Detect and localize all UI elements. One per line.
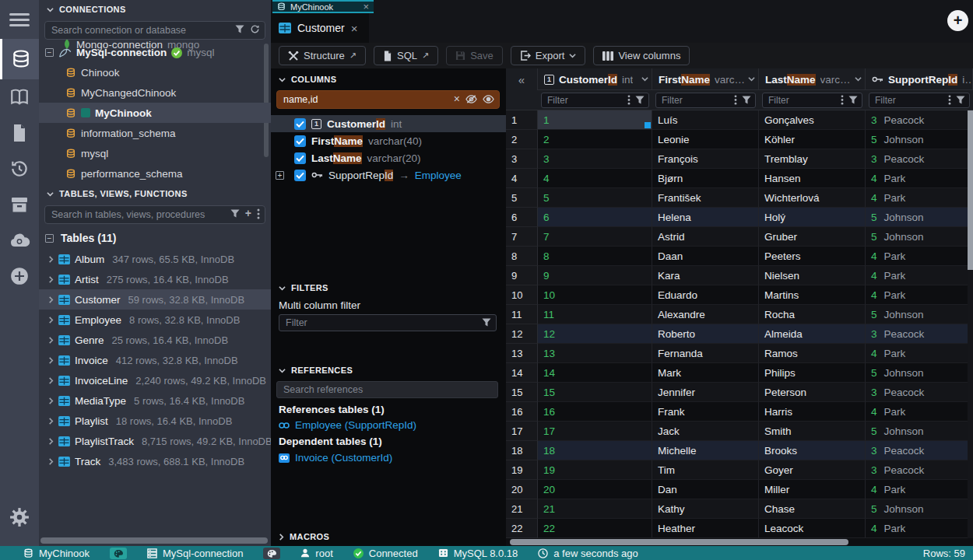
cell-firstname[interactable]: Alexandre bbox=[652, 305, 759, 324]
grid-header-FirstName[interactable]: FirstNamevarchar(40) bbox=[652, 68, 759, 90]
eye-off-icon[interactable] bbox=[465, 94, 477, 104]
cell-lastname[interactable]: Harris bbox=[759, 402, 866, 422]
sidebar-item-add-connection[interactable] bbox=[0, 258, 39, 294]
status-connection[interactable]: MySql-connection bbox=[147, 548, 243, 559]
grid-header-SupportRepId[interactable]: SupportRepIdint bbox=[866, 68, 973, 90]
cell-firstname[interactable]: Bjørn bbox=[652, 169, 759, 188]
cell-customerid[interactable]: 1 bbox=[538, 110, 652, 130]
grid-vscrollbar[interactable] bbox=[968, 110, 973, 538]
cell-lastname[interactable]: Rocha bbox=[759, 305, 866, 324]
row-number[interactable]: 8 bbox=[506, 247, 538, 266]
chevron-right-icon[interactable] bbox=[48, 357, 54, 364]
fk-ref-table-link[interactable]: Employee bbox=[415, 170, 462, 181]
cell-customerid[interactable]: 11 bbox=[538, 305, 652, 324]
cell-customerid[interactable]: 12 bbox=[538, 324, 652, 344]
cell-firstname[interactable]: Eduardo bbox=[652, 285, 759, 305]
cell-supportrepid[interactable]: 3Peacock bbox=[866, 383, 973, 402]
expand-box-icon[interactable]: + bbox=[276, 171, 284, 180]
row-number[interactable]: 3 bbox=[506, 149, 538, 169]
refresh-icon[interactable] bbox=[250, 24, 260, 34]
cell-customerid[interactable]: 2 bbox=[538, 130, 652, 149]
column-checkbox[interactable] bbox=[294, 118, 306, 130]
cell-supportrepid[interactable]: 5Johnson bbox=[866, 499, 973, 519]
cell-customerid[interactable]: 14 bbox=[538, 363, 652, 383]
cell-supportrepid[interactable]: 4Park bbox=[866, 169, 973, 188]
cell-supportrepid[interactable]: 4Park bbox=[866, 344, 973, 363]
chevron-right-icon[interactable] bbox=[48, 337, 54, 344]
table-item-Artist[interactable]: Artist275 rows, 16.4 KB, InnoDB bbox=[39, 269, 271, 289]
cell-supportrepid[interactable]: 4Park bbox=[866, 402, 973, 422]
connections-section-header[interactable]: CONNECTIONS bbox=[39, 0, 271, 19]
cell-firstname[interactable]: Heather bbox=[652, 519, 759, 538]
chevron-right-icon[interactable] bbox=[48, 256, 54, 263]
cell-lastname[interactable]: Peterson bbox=[759, 383, 866, 402]
cell-supportrepid[interactable]: 3Peacock bbox=[866, 441, 973, 460]
chevron-right-icon[interactable] bbox=[48, 438, 54, 445]
column-checkbox[interactable] bbox=[294, 135, 306, 147]
cell-firstname[interactable]: Fernanda bbox=[652, 344, 759, 363]
cell-firstname[interactable]: Mark bbox=[652, 363, 759, 383]
column-item-LastName[interactable]: LastNamevarchar(20) bbox=[271, 149, 506, 166]
column-item-FirstName[interactable]: FirstNamevarchar(40) bbox=[271, 132, 506, 149]
cell-supportrepid[interactable]: 4Park bbox=[866, 480, 973, 499]
row-number[interactable]: 11 bbox=[506, 305, 538, 324]
column-menu-chevron[interactable] bbox=[641, 76, 648, 82]
cell-firstname[interactable]: Kara bbox=[652, 266, 759, 285]
sidebar-item-cloud-search[interactable] bbox=[0, 222, 39, 258]
cell-firstname[interactable]: František bbox=[652, 188, 759, 208]
view-columns-button[interactable]: View columns bbox=[593, 46, 690, 65]
cell-firstname[interactable]: Tim bbox=[652, 460, 759, 480]
grid-header-LastName[interactable]: LastNamevarchar(20) bbox=[759, 68, 866, 90]
sidebar-item-history[interactable] bbox=[0, 151, 39, 187]
references-section-header[interactable]: REFERENCES bbox=[271, 361, 506, 380]
chevron-right-icon[interactable] bbox=[48, 276, 54, 283]
cell-customerid[interactable]: 17 bbox=[538, 422, 652, 441]
table-item-MediaType[interactable]: MediaType5 rows, 16.4 KB, InnoDB bbox=[39, 390, 271, 411]
multi-column-filter-input[interactable] bbox=[279, 314, 497, 331]
connection-color-button[interactable] bbox=[263, 548, 280, 559]
row-number[interactable]: 12 bbox=[506, 324, 538, 344]
cell-customerid[interactable]: 13 bbox=[538, 344, 652, 363]
cell-lastname[interactable]: Miller bbox=[759, 480, 866, 499]
cell-lastname[interactable]: Gonçalves bbox=[759, 110, 866, 130]
row-number[interactable]: 20 bbox=[506, 480, 538, 499]
cell-supportrepid[interactable]: 3Peacock bbox=[866, 460, 973, 480]
kebab-menu-icon[interactable] bbox=[257, 208, 260, 219]
row-number[interactable]: 14 bbox=[506, 363, 538, 383]
cell-supportrepid[interactable]: 4Park bbox=[866, 247, 973, 266]
column-item-CustomerId[interactable]: 1CustomerIdint bbox=[271, 115, 506, 132]
row-number[interactable]: 9 bbox=[506, 266, 538, 285]
cell-lastname[interactable]: Martins bbox=[759, 285, 866, 305]
database-item-MyChinook[interactable]: MyChinook bbox=[39, 103, 271, 123]
sidebar-item-files[interactable] bbox=[0, 115, 39, 151]
cell-supportrepid[interactable]: 3Peacock bbox=[866, 149, 973, 169]
close-icon[interactable]: × bbox=[351, 22, 358, 35]
filter-funnel-icon[interactable] bbox=[230, 208, 240, 219]
grid-header-CustomerId[interactable]: 1CustomerIdint bbox=[538, 68, 652, 90]
connections-search-input[interactable] bbox=[44, 21, 265, 40]
column-item-SupportRepId[interactable]: +SupportRepId→Employee bbox=[271, 166, 506, 184]
row-number[interactable]: 2 bbox=[506, 130, 538, 149]
table-item-Customer[interactable]: Customer59 rows, 32.8 KB, InnoDB bbox=[39, 289, 271, 310]
tables-group-header[interactable]: − Tables (11) bbox=[39, 227, 271, 249]
cell-lastname[interactable]: Peeters bbox=[759, 247, 866, 266]
cell-customerid[interactable]: 15 bbox=[538, 383, 652, 402]
cell-supportrepid[interactable]: 4Park bbox=[866, 188, 973, 208]
cell-supportrepid[interactable]: 4Park bbox=[866, 266, 973, 285]
cell-lastname[interactable]: Hansen bbox=[759, 169, 866, 188]
column-menu-chevron[interactable] bbox=[855, 76, 862, 82]
cell-firstname[interactable]: Roberto bbox=[652, 324, 759, 344]
cell-lastname[interactable]: Tremblay bbox=[759, 149, 866, 169]
table-item-InvoiceLine[interactable]: InvoiceLine2,240 rows, 49.2 KB, InnoDB bbox=[39, 370, 271, 390]
grid-hscrollbar[interactable] bbox=[506, 538, 973, 546]
database-item-MyChangedChinook[interactable]: MyChangedChinook bbox=[39, 82, 271, 103]
cell-lastname[interactable]: Philips bbox=[759, 363, 866, 383]
cell-firstname[interactable]: Jennifer bbox=[652, 383, 759, 402]
row-number[interactable]: 15 bbox=[506, 383, 538, 402]
chevron-right-icon[interactable] bbox=[48, 458, 54, 465]
dependent-link-invoice[interactable]: Invoice (CustomerId) bbox=[279, 452, 392, 464]
sidebar-item-favorites[interactable] bbox=[0, 79, 39, 115]
table-item-Track[interactable]: Track3,483 rows, 688.1 KB, InnoDB bbox=[39, 451, 271, 471]
cell-supportrepid[interactable]: 3Peacock bbox=[866, 324, 973, 344]
cell-customerid[interactable]: 21 bbox=[538, 499, 652, 519]
